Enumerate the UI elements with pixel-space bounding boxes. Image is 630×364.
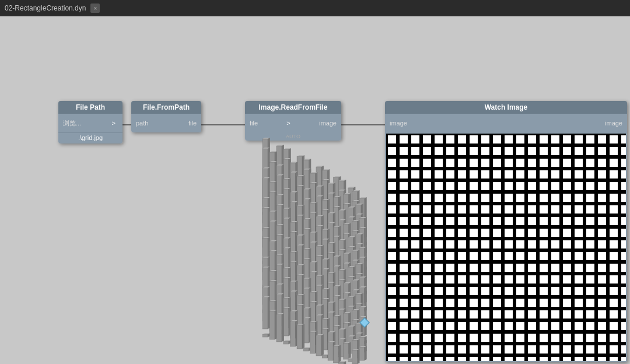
file-frompath-node: File.FromPath path file: [131, 101, 201, 132]
watch-image-output: image: [605, 120, 622, 127]
file-path-arrow: >: [110, 120, 118, 127]
frompath-input-label: path: [136, 120, 148, 127]
close-button[interactable]: ×: [90, 4, 100, 13]
browse-label[interactable]: 浏览...: [63, 119, 81, 128]
watch-image-input: image: [390, 120, 407, 127]
watch-image-canvas: [386, 134, 626, 361]
3d-visualization: [251, 133, 394, 364]
file-path-header: File Path: [58, 101, 123, 114]
cursor-icon: [359, 317, 370, 328]
watch-image-display: [385, 132, 627, 362]
file-frompath-header: File.FromPath: [131, 101, 201, 114]
image-read-arrow: >: [284, 120, 292, 127]
image-read-header: Image.ReadFromFile: [245, 101, 341, 114]
image-read-input: file: [250, 120, 258, 127]
frompath-output-label: file: [188, 120, 197, 127]
canvas-area: File Path 浏览... > .\grid.jpg File.FromPa…: [0, 16, 630, 364]
image-read-output: image: [319, 120, 337, 127]
close-icon: ×: [94, 5, 97, 12]
file-path-node: File Path 浏览... > .\grid.jpg: [58, 101, 123, 144]
watch-image-header: Watch Image: [385, 101, 627, 114]
watch-image-node: Watch Image image image: [385, 101, 627, 362]
file-path-value: .\grid.jpg: [58, 132, 123, 144]
svg-marker-3: [360, 318, 369, 327]
filename-label: 02-RectangleCreation.dyn: [5, 4, 86, 12]
title-bar: 02-RectangleCreation.dyn ×: [0, 0, 630, 16]
